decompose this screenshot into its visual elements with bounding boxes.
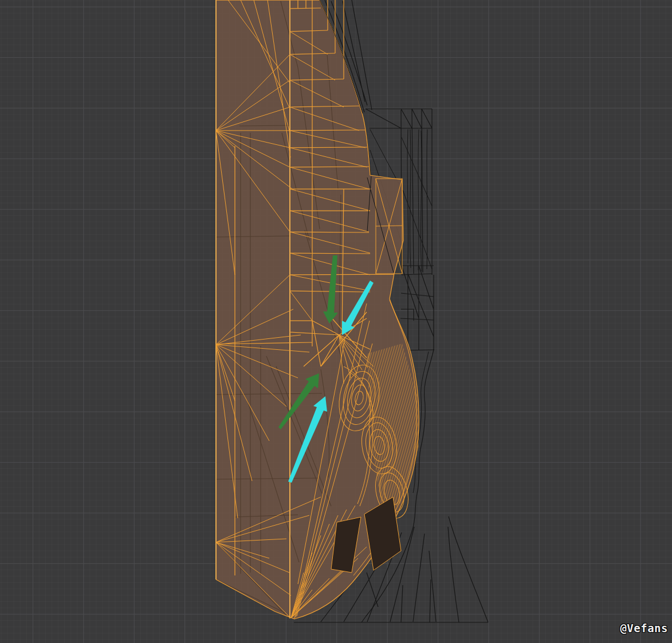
selected-mesh[interactable] [216,0,419,619]
viewport-canvas[interactable]: @Vefans [0,0,672,643]
viewport-scene [0,0,672,643]
watermark: @Vefans [620,622,668,634]
